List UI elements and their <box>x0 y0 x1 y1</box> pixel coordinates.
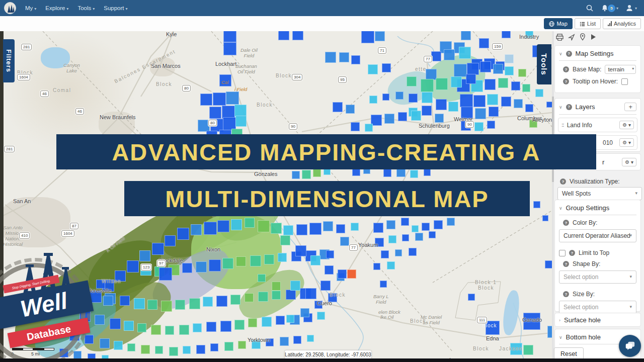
app-logo[interactable] <box>4 2 16 14</box>
well-spot-square[interactable] <box>200 94 212 106</box>
well-spot-square[interactable] <box>307 335 314 342</box>
well-spot-square[interactable] <box>434 220 443 229</box>
add-layer-button[interactable]: + <box>624 103 636 111</box>
well-spot-square[interactable] <box>340 237 349 246</box>
well-spot-square[interactable] <box>286 290 296 300</box>
help-icon[interactable]: ? <box>563 261 569 267</box>
well-spot-square[interactable] <box>302 170 311 179</box>
well-spot-square[interactable] <box>209 259 221 272</box>
well-spot-square[interactable] <box>292 171 300 179</box>
list-view-button[interactable]: List <box>575 18 601 29</box>
well-spot-square[interactable] <box>223 31 236 42</box>
well-spot-square[interactable] <box>451 76 462 87</box>
well-spot-square[interactable] <box>165 326 174 335</box>
well-spot-square[interactable] <box>410 170 418 178</box>
well-spot-square[interactable] <box>250 255 261 266</box>
well-spot-square[interactable] <box>193 323 202 332</box>
well-spot-square[interactable] <box>238 341 246 349</box>
well-spot-square[interactable] <box>293 336 301 344</box>
print-icon[interactable] <box>556 34 564 41</box>
well-spot-square[interactable] <box>485 79 496 90</box>
well-spot-square[interactable] <box>421 79 434 92</box>
well-spot-square[interactable] <box>217 220 229 232</box>
well-spot-square[interactable] <box>134 298 145 309</box>
well-spot-square[interactable] <box>466 74 476 84</box>
help-icon[interactable]: ? <box>563 220 569 226</box>
well-spot-square[interactable] <box>309 223 321 235</box>
well-spot-square[interactable] <box>387 261 395 269</box>
nav-menu-support[interactable]: Support▾ <box>104 5 127 11</box>
help-icon[interactable]: ? <box>563 78 569 84</box>
well-spot-square[interactable] <box>222 258 233 269</box>
analytics-view-button[interactable]: Analytics <box>603 18 641 29</box>
well-spot-square[interactable] <box>444 49 455 60</box>
well-spot-square[interactable] <box>395 92 404 100</box>
well-spot-square[interactable] <box>429 231 436 238</box>
well-spot-square[interactable] <box>384 114 394 124</box>
well-spot-square[interactable] <box>401 218 409 226</box>
well-spot-square[interactable] <box>295 245 306 256</box>
well-spot-square[interactable] <box>220 321 231 332</box>
well-spot-square[interactable] <box>196 345 205 354</box>
layers-header[interactable]: ∨ ? Layers + <box>555 99 640 114</box>
visualization-type-select[interactable]: Well Spots <box>557 187 642 200</box>
well-spot-square[interactable] <box>424 169 431 176</box>
well-spot-square[interactable] <box>533 201 540 208</box>
chat-bubble-button[interactable] <box>619 335 641 357</box>
panel-scrollbar[interactable] <box>552 31 554 362</box>
well-spot-square[interactable] <box>151 325 161 335</box>
well-spot-square[interactable] <box>175 300 185 310</box>
well-spot-square[interactable] <box>351 55 360 64</box>
well-spot-square[interactable] <box>422 92 433 103</box>
size-by-select[interactable]: Select option <box>559 301 636 314</box>
well-spot-square[interactable] <box>422 223 430 231</box>
well-spot-square[interactable] <box>383 169 391 177</box>
well-spot-square[interactable] <box>276 316 285 325</box>
well-spot-square[interactable] <box>505 66 514 75</box>
help-icon[interactable]: ? <box>569 250 575 256</box>
well-spot-square[interactable] <box>152 243 164 255</box>
well-spot-square[interactable] <box>336 224 345 233</box>
well-spot-square[interactable] <box>286 315 294 323</box>
well-spot-square[interactable] <box>296 224 307 235</box>
well-spot-square[interactable] <box>382 63 391 72</box>
well-spot-square[interactable] <box>479 38 489 48</box>
well-spot-square[interactable] <box>223 42 236 55</box>
well-spot-square[interactable] <box>305 288 316 299</box>
well-spot-square[interactable] <box>467 63 479 75</box>
well-spot-square[interactable] <box>120 296 130 306</box>
help-icon[interactable]: ? <box>560 178 566 185</box>
well-spot-square[interactable] <box>191 224 202 235</box>
section-settings-button[interactable]: ⚙ ▾ <box>622 158 636 166</box>
well-spot-square[interactable] <box>514 99 523 108</box>
well-spot-square[interactable] <box>339 52 349 62</box>
well-spot-square[interactable] <box>283 225 293 235</box>
map-settings-header[interactable]: ∨ ? Map Settings <box>555 46 640 60</box>
limit-to-top-checkbox[interactable] <box>559 250 566 256</box>
well-spot-square[interactable] <box>292 31 303 40</box>
well-spot-square[interactable] <box>522 84 530 92</box>
well-spot-square[interactable] <box>489 107 499 117</box>
well-spot-square[interactable] <box>381 250 389 258</box>
well-spot-square[interactable] <box>206 322 216 332</box>
base-map-select[interactable]: terrain <box>605 65 636 74</box>
play-icon[interactable] <box>590 34 596 40</box>
well-spot-square[interactable] <box>258 274 266 282</box>
well-spot-square[interactable] <box>213 93 226 106</box>
nav-menu-tools[interactable]: Tools▾ <box>77 5 95 11</box>
help-icon[interactable]: ? <box>566 104 572 110</box>
well-spot-square[interactable] <box>511 81 520 90</box>
well-spot-square[interactable] <box>236 256 246 266</box>
well-spot-square[interactable] <box>325 52 336 63</box>
well-spot-square[interactable] <box>320 281 331 291</box>
well-spot-square[interactable] <box>547 326 552 338</box>
well-spot-square[interactable] <box>165 235 176 246</box>
well-spot-square[interactable] <box>137 323 146 332</box>
search-icon[interactable] <box>586 4 594 12</box>
user-menu[interactable]: ▾ <box>625 4 637 12</box>
well-spot-square[interactable] <box>351 223 359 231</box>
well-spot-square[interactable] <box>523 345 533 355</box>
well-spot-square[interactable] <box>325 265 334 275</box>
well-spot-square[interactable] <box>402 234 409 241</box>
well-spot-square[interactable] <box>177 228 189 240</box>
